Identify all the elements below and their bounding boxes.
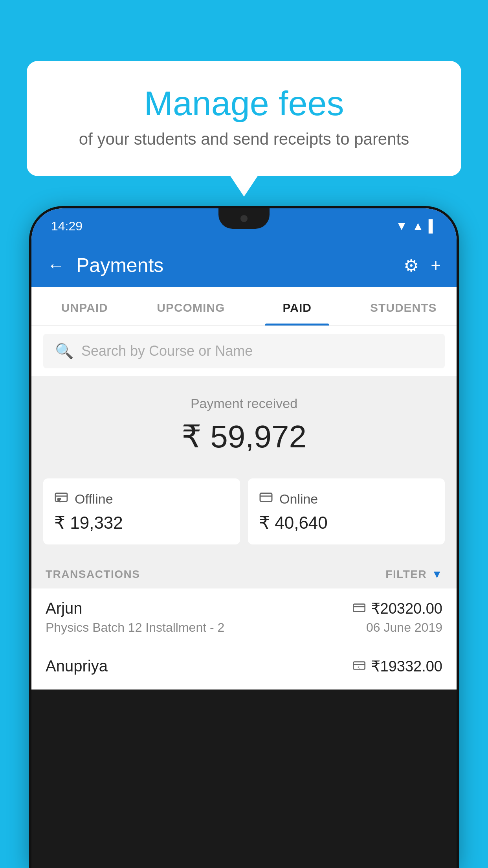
add-icon[interactable]: +: [431, 256, 441, 275]
transaction-name: Arjun: [46, 600, 82, 617]
tab-students[interactable]: STUDENTS: [350, 287, 457, 326]
transaction-list: Arjun ₹20320.00 Physics Batch 12 Install…: [31, 588, 457, 690]
transaction-desc: Physics Batch 12 Installment - 2: [46, 620, 224, 635]
page-title: Payments: [76, 254, 392, 277]
tabs-bar: UNPAID UPCOMING PAID STUDENTS: [31, 287, 457, 326]
filter-icon: ▼: [431, 568, 442, 581]
svg-rect-0: [55, 493, 67, 502]
bubble-title: Manage fees: [58, 85, 430, 123]
transactions-header: TRANSACTIONS FILTER ▼: [31, 556, 457, 588]
svg-rect-3: [260, 493, 272, 502]
status-time: 14:29: [51, 219, 83, 234]
svg-text:₹: ₹: [358, 666, 360, 669]
app-header: ← Payments ⚙ +: [31, 244, 457, 287]
transaction-amount-row: ₹ ₹19332.00: [353, 658, 443, 675]
phone-frame: 14:29 ▼ ▲ ▌ ← Payments ⚙ + UNPAID: [31, 208, 457, 868]
svg-text:₹: ₹: [58, 498, 61, 502]
transaction-item[interactable]: Anupriya ₹ ₹19332.00: [31, 646, 457, 690]
tab-unpaid[interactable]: UNPAID: [31, 287, 138, 326]
transaction-date: 06 June 2019: [366, 620, 442, 635]
payment-received-section: Payment received ₹ 59,972: [31, 376, 457, 478]
offline-amount: ₹ 19,332: [54, 513, 229, 533]
back-button[interactable]: ←: [47, 256, 64, 275]
transaction-amount: ₹19332.00: [371, 658, 443, 675]
online-label: Online: [279, 491, 318, 507]
search-input[interactable]: Search by Course or Name: [81, 343, 253, 359]
transaction-item[interactable]: Arjun ₹20320.00 Physics Batch 12 Install…: [31, 588, 457, 646]
transaction-amount: ₹20320.00: [371, 600, 443, 617]
wifi-icon: ▼: [396, 219, 407, 233]
battery-icon: ▌: [429, 219, 437, 233]
tab-upcoming[interactable]: UPCOMING: [138, 287, 244, 326]
filter-row[interactable]: FILTER ▼: [385, 568, 442, 581]
payment-total-amount: ₹ 59,972: [43, 418, 445, 455]
offline-icon: ₹: [54, 490, 68, 508]
tab-paid[interactable]: PAID: [244, 287, 350, 326]
signal-icon: ▲: [412, 219, 424, 233]
payment-cards: ₹ Offline ₹ 19,332 Online: [31, 478, 457, 556]
speech-bubble-container: Manage fees of your students and send re…: [27, 61, 461, 176]
filter-label: FILTER: [385, 568, 427, 581]
online-card: Online ₹ 40,640: [248, 478, 445, 544]
transaction-amount-row: ₹20320.00: [353, 600, 443, 617]
bubble-subtitle: of your students and send receipts to pa…: [58, 130, 430, 149]
search-icon: 🔍: [55, 342, 73, 360]
offline-card: ₹ Offline ₹ 19,332: [43, 478, 240, 544]
phone-notch: [218, 208, 270, 229]
search-bar-container: 🔍 Search by Course or Name: [31, 326, 457, 376]
online-amount: ₹ 40,640: [259, 513, 434, 533]
payment-received-label: Payment received: [43, 396, 445, 411]
offline-label: Offline: [75, 491, 113, 507]
online-icon: [259, 490, 273, 508]
transactions-label: TRANSACTIONS: [46, 568, 140, 581]
speech-bubble: Manage fees of your students and send re…: [27, 61, 461, 176]
svg-rect-5: [353, 604, 365, 612]
transaction-name: Anupriya: [46, 657, 108, 675]
status-bar: 14:29 ▼ ▲ ▌: [31, 208, 457, 244]
payment-type-icon-offline: ₹: [353, 659, 365, 673]
status-icons: ▼ ▲ ▌: [396, 219, 437, 233]
camera-dot: [240, 215, 248, 222]
payment-type-icon: [353, 601, 365, 616]
header-actions: ⚙ +: [404, 256, 441, 276]
search-bar[interactable]: 🔍 Search by Course or Name: [43, 334, 445, 368]
settings-icon[interactable]: ⚙: [404, 256, 419, 276]
